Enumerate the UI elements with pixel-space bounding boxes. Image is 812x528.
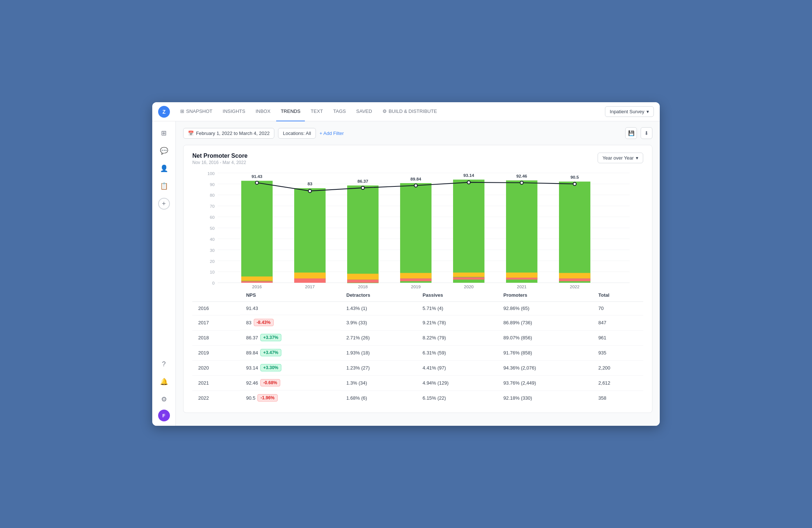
nav-inbox[interactable]: INBOX — [251, 102, 275, 121]
download-button[interactable]: ⬇ — [641, 127, 652, 139]
cell-nps: 91.43 — [240, 302, 341, 315]
app-logo[interactable]: Z — [158, 106, 170, 118]
bar-2021-detractors — [506, 278, 537, 279]
location-filter[interactable]: Locations: All — [278, 128, 316, 139]
bar-2022-detractors — [559, 278, 590, 281]
sidebar-item-user[interactable]: 👤 — [157, 161, 171, 176]
nav-build[interactable]: ⚙ BUILD & DISTRIBUTE — [378, 102, 441, 121]
dot-2021 — [520, 181, 523, 185]
svg-text:70: 70 — [210, 204, 215, 208]
bar-2016-passives — [241, 277, 273, 281]
sidebar-help[interactable]: ? — [157, 357, 171, 371]
chart-card: Net Promoter Score Nov 16, 2016 - Mar 4,… — [183, 145, 652, 413]
svg-text:2017: 2017 — [305, 284, 315, 289]
chart-title: Net Promoter Score — [192, 153, 247, 159]
svg-text:10: 10 — [210, 270, 215, 274]
sidebar-add-button[interactable]: + — [158, 198, 170, 210]
user-avatar[interactable]: F — [158, 410, 170, 421]
nav-text[interactable]: TEXT — [306, 102, 327, 121]
svg-text:100: 100 — [207, 171, 215, 176]
dot-2018 — [361, 186, 364, 190]
cell-detractors: 1.3% (34) — [341, 375, 417, 390]
change-badge: +3.30% — [260, 364, 281, 371]
bar-2018-promoters — [347, 185, 378, 283]
svg-text:89.84: 89.84 — [410, 176, 421, 181]
svg-text:50: 50 — [210, 226, 215, 231]
svg-text:91.43: 91.43 — [252, 174, 263, 179]
cell-nps: 90.5-1.96% — [240, 390, 341, 405]
table-row: 201989.84+3.47%1.93% (18)6.31% (59)91.76… — [192, 345, 643, 360]
chevron-down-icon: ▾ — [647, 109, 649, 114]
cell-year: 2016 — [192, 302, 240, 315]
cell-year: 2018 — [192, 330, 240, 345]
col-year — [192, 289, 240, 302]
bar-2022-promoters — [559, 182, 590, 283]
table-row: 201783-8.43%3.9% (33)9.21% (78)86.89% (7… — [192, 315, 643, 330]
cell-total: 358 — [592, 390, 643, 405]
bar-2017-promoters — [294, 188, 325, 283]
sidebar: ⊞ 💬 👤 📋 + ? 🔔 ⚙ F — [152, 121, 176, 426]
svg-text:2022: 2022 — [570, 284, 580, 289]
bar-2016-detractors — [241, 281, 273, 283]
table-row: 201691.431.43% (1)5.71% (4)92.86% (65)70 — [192, 302, 643, 315]
dot-2019 — [414, 184, 417, 187]
survey-selector[interactable]: Inpatient Survey ▾ — [605, 106, 654, 117]
cell-year: 2020 — [192, 360, 240, 375]
bar-2020-passives — [453, 272, 484, 277]
filter-bar: 📅 February 1, 2022 to March 4, 2022 Loca… — [183, 127, 652, 139]
download-icon: ⬇ — [644, 130, 649, 136]
save-button[interactable]: 💾 — [625, 127, 637, 139]
bar-2019-detractors — [400, 278, 431, 281]
top-nav: Z ⊞ SNAPSHOT INSIGHTS INBOX TRENDS TEXT … — [152, 102, 660, 121]
cell-nps: 86.37+3.37% — [240, 330, 341, 345]
cell-total: 961 — [592, 330, 643, 345]
nav-snapshot[interactable]: ⊞ SNAPSHOT — [176, 102, 217, 121]
cell-year: 2022 — [192, 390, 240, 405]
date-range-filter[interactable]: 📅 February 1, 2022 to March 4, 2022 — [183, 128, 274, 139]
nav-trends[interactable]: TRENDS — [276, 102, 304, 121]
col-detractors: Detractors — [341, 289, 417, 302]
sidebar-settings[interactable]: ⚙ — [157, 392, 171, 407]
cell-promoters: 92.86% (65) — [498, 302, 592, 315]
cell-passives: 6.15% (22) — [417, 390, 498, 405]
cell-promoters: 91.76% (858) — [498, 345, 592, 360]
cell-detractors: 1.68% (6) — [341, 390, 417, 405]
svg-text:93.14: 93.14 — [463, 173, 474, 178]
build-icon: ⚙ — [382, 108, 387, 114]
table-row: 202093.14+3.30%1.23% (27)4.41% (97)94.36… — [192, 360, 643, 375]
svg-text:92.46: 92.46 — [516, 174, 527, 178]
dot-2017 — [308, 189, 311, 193]
bar-2019-passives — [400, 273, 431, 278]
cell-passives: 8.22% (79) — [417, 330, 498, 345]
change-badge: +3.37% — [260, 334, 281, 341]
sidebar-notifications[interactable]: 🔔 — [157, 374, 171, 389]
calendar-icon: 📅 — [188, 131, 194, 136]
cell-passives: 4.41% (97) — [417, 360, 498, 375]
sidebar-item-grid[interactable]: ⊞ — [157, 126, 171, 140]
nav-insights[interactable]: INSIGHTS — [218, 102, 250, 121]
col-promoters: Promoters — [498, 289, 592, 302]
svg-text:2020: 2020 — [464, 284, 474, 289]
data-table: NPS Detractors Passives Promoters Total … — [192, 289, 643, 405]
cell-nps: 93.14+3.30% — [240, 360, 341, 375]
cell-promoters: 92.18% (330) — [498, 390, 592, 405]
cell-detractors: 1.43% (1) — [341, 302, 417, 315]
table-row: 202192.46-0.68%1.3% (34)4.94% (129)93.76… — [192, 375, 643, 390]
sidebar-item-chat[interactable]: 💬 — [157, 143, 171, 158]
sidebar-item-calendar[interactable]: 📋 — [157, 179, 171, 193]
chart-title-section: Net Promoter Score Nov 16, 2016 - Mar 4,… — [192, 153, 247, 165]
svg-text:60: 60 — [210, 215, 215, 220]
svg-text:30: 30 — [210, 248, 215, 253]
change-badge: -1.96% — [257, 394, 277, 402]
bar-2019-promoters — [400, 183, 431, 283]
nav-saved[interactable]: SAVED — [352, 102, 377, 121]
cell-passives: 5.71% (4) — [417, 302, 498, 315]
chart-subtitle: Nov 16, 2016 - Mar 4, 2022 — [192, 160, 247, 165]
svg-text:2019: 2019 — [411, 284, 421, 289]
nav-tags[interactable]: TAGS — [329, 102, 350, 121]
add-filter-button[interactable]: + Add Filter — [320, 131, 344, 136]
view-selector[interactable]: Year over Year ▾ — [598, 153, 643, 163]
bar-2017-detractors — [294, 278, 325, 283]
dot-2022 — [573, 182, 576, 186]
cell-promoters: 94.36% (2,076) — [498, 360, 592, 375]
